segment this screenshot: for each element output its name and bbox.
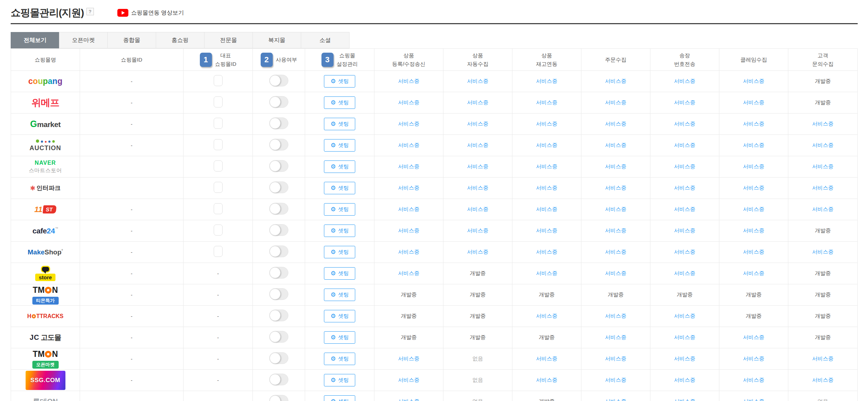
tab-1[interactable]: 오픈마켓 bbox=[59, 32, 108, 48]
setting-button[interactable]: ⚙셋팅 bbox=[324, 289, 355, 301]
page-header: 쇼핑몰관리(지원) ? 쇼핑몰연동 영상보기 bbox=[11, 6, 858, 20]
use-toggle-cell bbox=[253, 220, 305, 242]
rep-id-checkbox[interactable] bbox=[214, 182, 223, 193]
col-header-label: 상품 재고연동 bbox=[536, 52, 558, 67]
status-cell: 서비스중 bbox=[374, 92, 443, 114]
status-cell: 서비스중 bbox=[512, 242, 581, 263]
status-value: 서비스중 bbox=[812, 142, 834, 148]
use-toggle[interactable] bbox=[269, 246, 288, 257]
mall-logo-gmarket: Gmarket bbox=[11, 119, 80, 129]
setting-button[interactable]: ⚙셋팅 bbox=[324, 75, 355, 88]
setting-button[interactable]: ⚙셋팅 bbox=[324, 182, 355, 194]
toggle-knob bbox=[270, 203, 281, 214]
rep-id-checkbox[interactable] bbox=[214, 203, 223, 214]
rep-id-cell bbox=[183, 199, 253, 220]
mall-id-value: - bbox=[131, 207, 133, 212]
setting-button[interactable]: ⚙셋팅 bbox=[324, 353, 355, 365]
setting-button[interactable]: ⚙셋팅 bbox=[324, 96, 355, 109]
setting-button[interactable]: ⚙셋팅 bbox=[324, 203, 355, 216]
use-toggle[interactable] bbox=[269, 75, 288, 86]
status-cell: 서비스중 bbox=[512, 114, 581, 135]
setting-button[interactable]: ⚙셋팅 bbox=[324, 160, 355, 173]
use-toggle[interactable] bbox=[269, 288, 288, 300]
rep-id-checkbox[interactable] bbox=[214, 139, 223, 150]
status-value: 서비스중 bbox=[812, 377, 834, 383]
setting-button[interactable]: ⚙셋팅 bbox=[324, 310, 355, 322]
col-header-mall-name: 쇼핑몰명 bbox=[11, 49, 80, 71]
gear-icon: ⚙ bbox=[330, 399, 336, 401]
setting-button[interactable]: ⚙셋팅 bbox=[324, 225, 355, 237]
use-toggle[interactable] bbox=[269, 224, 288, 236]
page: 쇼핑몰관리(지원) ? 쇼핑몰연동 영상보기 전체보기오픈마켓종합몰홈쇼핑전문몰… bbox=[0, 0, 868, 401]
help-icon[interactable]: ? bbox=[86, 8, 94, 15]
gear-icon: ⚙ bbox=[330, 206, 336, 212]
use-toggle[interactable] bbox=[269, 395, 288, 401]
rep-id-checkbox[interactable] bbox=[214, 75, 223, 86]
setting-button[interactable]: ⚙셋팅 bbox=[324, 267, 355, 280]
tab-3[interactable]: 홈쇼핑 bbox=[156, 32, 204, 48]
setting-button[interactable]: ⚙셋팅 bbox=[324, 139, 355, 152]
table-row-cafe24: cafe24™-⚙셋팅서비스중서비스중서비스중서비스중서비스중서비스중개발중 bbox=[11, 220, 858, 242]
status-cell: 서비스중 bbox=[719, 370, 788, 391]
gear-icon: ⚙ bbox=[330, 292, 336, 298]
setting-cell: ⚙셋팅 bbox=[305, 71, 374, 92]
tab-6[interactable]: 소셜 bbox=[301, 32, 350, 48]
setting-button[interactable]: ⚙셋팅 bbox=[324, 395, 355, 401]
gear-icon: ⚙ bbox=[330, 100, 336, 106]
tab-4[interactable]: 전문몰 bbox=[204, 32, 253, 48]
tab-0[interactable]: 전체보기 bbox=[11, 32, 59, 48]
use-toggle[interactable] bbox=[269, 203, 288, 215]
mall-cell: SSG.COM bbox=[11, 370, 80, 391]
status-cell: 서비스중 bbox=[788, 242, 858, 263]
col-header-label: 주문수집 bbox=[605, 57, 627, 63]
use-toggle[interactable] bbox=[269, 117, 288, 129]
use-toggle[interactable] bbox=[269, 181, 288, 193]
rep-id-checkbox[interactable] bbox=[214, 246, 223, 257]
rep-id-checkbox[interactable] bbox=[214, 225, 223, 236]
status-value: 없음 bbox=[818, 398, 828, 401]
status-value: 개발중 bbox=[470, 291, 486, 297]
setting-button[interactable]: ⚙셋팅 bbox=[324, 246, 355, 258]
mall-id-cell: - bbox=[80, 242, 183, 263]
setting-button[interactable]: ⚙셋팅 bbox=[324, 331, 355, 344]
rep-id-cell: - bbox=[183, 284, 253, 306]
status-cell: 개발중 bbox=[374, 327, 443, 348]
rep-id-checkbox[interactable] bbox=[214, 96, 223, 107]
setting-button-label: 셋팅 bbox=[338, 270, 349, 277]
status-cell: 서비스중 bbox=[443, 178, 512, 199]
status-value: 서비스중 bbox=[605, 313, 627, 319]
use-toggle-cell bbox=[253, 92, 305, 114]
mall-logo-tmon-special: TMN티몬특가 bbox=[11, 285, 80, 305]
use-toggle[interactable] bbox=[269, 331, 288, 343]
status-value: 서비스중 bbox=[674, 313, 696, 319]
status-cell: 서비스중 bbox=[374, 220, 443, 242]
mall-id-cell: - bbox=[80, 306, 183, 327]
mall-cell: store bbox=[11, 263, 80, 284]
use-toggle-cell bbox=[253, 348, 305, 370]
tab-bar: 전체보기오픈마켓종합몰홈쇼핑전문몰복지몰소셜 bbox=[11, 32, 858, 48]
status-cell: 서비스중 bbox=[650, 135, 719, 156]
rep-id-value: - bbox=[217, 335, 219, 341]
use-toggle[interactable] bbox=[269, 139, 288, 151]
status-value: 개발중 bbox=[815, 270, 831, 276]
setting-button[interactable]: ⚙셋팅 bbox=[324, 374, 355, 386]
rep-id-checkbox[interactable] bbox=[214, 118, 223, 129]
rep-id-checkbox[interactable] bbox=[214, 160, 223, 172]
mall-id-cell: - bbox=[80, 370, 183, 391]
status-cell: 서비스중 bbox=[512, 71, 581, 92]
use-toggle[interactable] bbox=[269, 267, 288, 279]
mall-id-cell: - bbox=[80, 327, 183, 348]
use-toggle[interactable] bbox=[269, 374, 288, 385]
tab-5[interactable]: 복지몰 bbox=[252, 32, 301, 48]
video-link[interactable]: 쇼핑몰연동 영상보기 bbox=[117, 9, 184, 17]
status-value: 서비스중 bbox=[467, 121, 489, 127]
use-toggle[interactable] bbox=[269, 160, 288, 172]
status-value: 서비스중 bbox=[605, 334, 627, 340]
tab-2[interactable]: 종합몰 bbox=[107, 32, 156, 48]
use-toggle[interactable] bbox=[269, 352, 288, 364]
setting-button[interactable]: ⚙셋팅 bbox=[324, 118, 355, 130]
mall-table: 쇼핑몰명쇼핑몰ID1대표 쇼핑몰ID2사용여부3쇼핑몰 설정관리상품 등록/수정… bbox=[11, 48, 858, 401]
mall-id-value: - bbox=[131, 313, 133, 319]
use-toggle[interactable] bbox=[269, 96, 288, 108]
use-toggle[interactable] bbox=[269, 310, 288, 321]
